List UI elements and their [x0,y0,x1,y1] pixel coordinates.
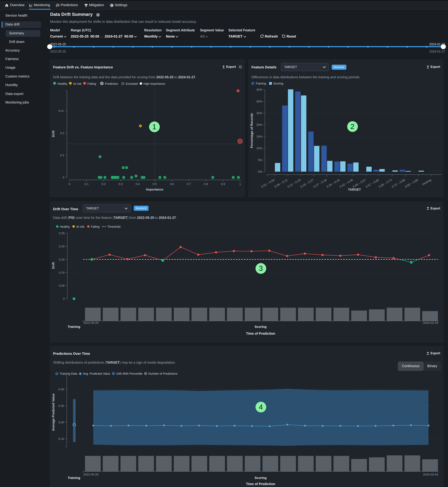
svg-text:0.30: 0.30 [58,404,64,407]
svg-text:0.3+: 0.3+ [58,109,64,113]
svg-text:0.2: 0.2 [60,131,64,135]
svg-text:0.65 – 0.72: 0.65 – 0.72 [378,178,393,188]
svg-text:0.8: 0.8 [204,182,208,186]
svg-text:0.20: 0.20 [59,244,65,248]
svg-text:0.6: 0.6 [170,182,174,186]
svg-text:0.05: 0.05 [59,284,65,287]
svg-text:2022-05-25: 2022-05-25 [83,321,98,324]
svg-text:0.4: 0.4 [136,182,140,186]
svg-text:2022-05-25: 2022-05-25 [83,473,98,476]
svg-text:0.1: 0.1 [60,154,64,157]
svg-text:0.5: 0.5 [153,182,157,186]
svg-text:0.42 – 0.49: 0.42 – 0.49 [339,178,353,188]
svg-text:Time of Prediction: Time of Prediction [246,332,275,335]
svg-text:0.11 – 0.19: 0.11 – 0.19 [287,178,301,188]
svg-text:Training: Training [68,476,80,480]
svg-text:0.3: 0.3 [119,182,123,186]
svg-text:0.19 – 0.27: 0.19 – 0.27 [300,178,314,188]
svg-text:Importance: Importance [146,187,163,191]
svg-text:0.34 – 0.42: 0.34 – 0.42 [326,178,340,188]
svg-text:Scoring: Scoring [255,476,266,480]
svg-text:0.1: 0.1 [84,182,89,186]
svg-text:1: 1 [239,182,241,186]
svg-text:0.15: 0.15 [59,258,65,261]
svg-text:0.72 – 0.80: 0.72 – 0.80 [391,178,406,188]
svg-text:0.10: 0.10 [58,437,64,440]
svg-text:2024-02-04: 2024-02-04 [423,321,438,324]
svg-text:10%: 10% [256,146,262,150]
svg-text:2024-02-04: 2024-02-04 [423,473,438,476]
svg-text:35%: 35% [256,88,262,91]
svg-text:Percentage of Records: Percentage of Records [250,113,254,148]
svg-text:0.57 – 0.65: 0.57 – 0.65 [365,178,379,188]
svg-text:15%: 15% [256,135,262,138]
svg-text:0: 0 [63,176,64,179]
svg-text:Drift: Drift [51,262,55,268]
svg-text:TARGET: TARGET [348,188,361,191]
svg-text:30%: 30% [256,100,262,103]
svg-text:0.25: 0.25 [59,231,65,235]
svg-text:0.40: 0.40 [58,388,64,391]
svg-text:0.9: 0.9 [221,182,225,186]
svg-text:0.49 – 0.57: 0.49 – 0.57 [352,178,367,188]
svg-text:0.27 – 0.34: 0.27 – 0.34 [313,178,327,188]
svg-text:Training: Training [68,325,80,328]
svg-text:25%: 25% [256,111,262,115]
svg-text:0%: 0% [258,170,262,173]
svg-text:5%: 5% [258,158,262,162]
svg-text:0.04 – 0.11: 0.04 – 0.11 [274,178,288,188]
svg-text:missing: missing [422,178,432,186]
svg-text:0: 0 [69,182,70,186]
svg-text:0.20: 0.20 [58,421,64,424]
svg-text:0.2: 0.2 [102,182,106,186]
svg-text:Average Predicted Value: Average Predicted Value [51,393,55,431]
svg-text:Time of Prediction: Time of Prediction [246,482,275,486]
svg-text:0.80 – 0.89: 0.80 – 0.89 [404,178,419,188]
svg-text:0.10: 0.10 [59,271,65,274]
svg-text:0.01 – 0.04: 0.01 – 0.04 [261,178,275,188]
svg-text:20%: 20% [256,123,262,126]
svg-text:0: 0 [63,297,65,300]
svg-text:Drift: Drift [51,130,55,137]
svg-text:Scoring: Scoring [255,325,266,328]
svg-text:0.7: 0.7 [187,182,191,186]
